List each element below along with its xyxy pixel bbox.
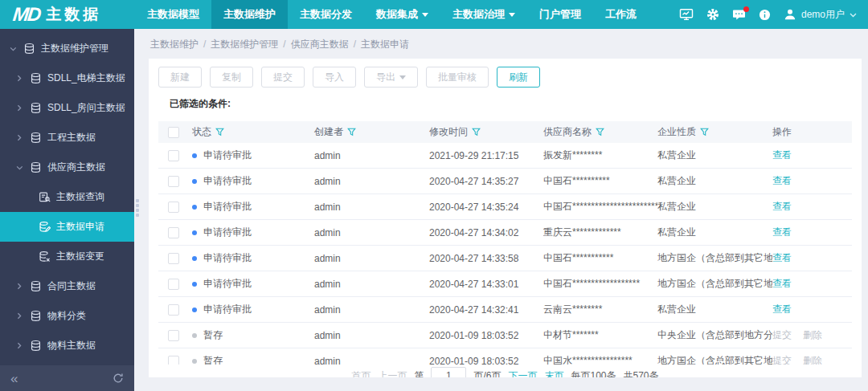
action-link[interactable]: 删除 xyxy=(803,329,822,340)
row-checkbox[interactable] xyxy=(168,176,179,187)
toolbar-button[interactable]: 导出 xyxy=(364,67,418,88)
pagination-first[interactable]: 首页 xyxy=(351,369,371,378)
row-checkbox[interactable] xyxy=(168,227,179,238)
sidebar-item-label: 主数据申请 xyxy=(56,220,104,234)
top-nav-item[interactable]: 主数据维护 xyxy=(211,0,288,29)
breadcrumb-item[interactable]: 主数据申请 xyxy=(361,39,409,50)
row-checkbox[interactable] xyxy=(168,150,179,161)
actions-cell: 查看 xyxy=(772,174,852,188)
sidebar-item[interactable]: 物料分类 xyxy=(0,301,134,331)
pagination-next[interactable]: 下一页 xyxy=(508,369,537,378)
database-edit-icon xyxy=(39,221,51,233)
database-icon xyxy=(30,72,42,84)
filter-funnel-icon[interactable] xyxy=(700,128,709,136)
message-icon[interactable] xyxy=(732,9,746,21)
row-checkbox[interactable] xyxy=(168,202,179,213)
toolbar-button[interactable]: 复制 xyxy=(210,67,253,88)
toolbar-button[interactable]: 提交 xyxy=(261,67,305,88)
sidebar-item[interactable]: 主数据查询 xyxy=(0,182,134,212)
action-link[interactable]: 查看 xyxy=(772,175,792,186)
action-link[interactable]: 提交 xyxy=(772,355,792,365)
refresh-button[interactable]: 刷新 xyxy=(497,67,540,88)
sidebar-item[interactable]: 合同主数据 xyxy=(0,271,134,301)
chevron-down-icon xyxy=(8,46,18,52)
sidebar-refresh-icon[interactable] xyxy=(113,373,124,384)
column-header: 修改时间 xyxy=(429,125,543,139)
status-dot xyxy=(192,153,197,158)
gear-icon[interactable] xyxy=(706,8,719,21)
supplier-name-cell: 中材节******* xyxy=(543,328,657,342)
top-nav-item[interactable]: 主数据分发 xyxy=(288,0,364,29)
filter-funnel-icon[interactable] xyxy=(472,128,481,136)
top-nav-item[interactable]: 主数据治理 xyxy=(440,0,527,29)
breadcrumb-item[interactable]: 主数据维护管理 xyxy=(211,39,278,50)
top-nav-item[interactable]: 数据集成 xyxy=(364,0,440,29)
pagination-total: 共570条 xyxy=(624,369,659,378)
logo-md-mark: MD xyxy=(12,3,41,26)
user-menu[interactable]: demo用户 xyxy=(784,8,857,22)
toolbar-button[interactable]: 新建 xyxy=(158,67,202,88)
top-nav-item[interactable]: 门户管理 xyxy=(527,0,593,29)
logo-title: 主数据 xyxy=(46,4,101,25)
toolbar-button[interactable]: 批量审核 xyxy=(426,67,489,88)
sidebar-resize-handle[interactable] xyxy=(136,199,139,217)
modified-time-cell: 2021-09-29 21:17:15 xyxy=(429,150,543,161)
database-icon xyxy=(30,161,42,173)
monitor-chart-icon[interactable] xyxy=(679,8,694,21)
sidebar-item-label: 物料分类 xyxy=(47,309,86,323)
status-label: 申请待审批 xyxy=(203,303,252,316)
action-link[interactable]: 提交 xyxy=(772,329,792,340)
pagination-last[interactable]: 末页 xyxy=(544,369,563,378)
filter-funnel-icon[interactable] xyxy=(596,128,604,136)
sidebar-item[interactable]: 主数据维护管理 xyxy=(0,34,134,63)
sidebar-collapse-icon[interactable]: « xyxy=(10,372,18,385)
sidebar-item[interactable]: 供应商主数据 xyxy=(0,153,134,182)
sidebar-menu: 主数据维护管理SDLL_电梯主数据SDLL_房间主数据工程主数据供应商主数据主数… xyxy=(0,29,134,365)
action-link[interactable]: 查看 xyxy=(772,278,792,289)
sidebar-item[interactable]: 工程主数据 xyxy=(0,123,134,153)
pagination: 首页上一页第页/6页下一页末页每页100条共570条 xyxy=(158,365,852,377)
row-checkbox[interactable] xyxy=(168,304,179,316)
chevron-right-icon xyxy=(14,312,24,320)
topbar: MD 主数据 主数据模型主数据维护主数据分发数据集成主数据治理门户管理工作流 d… xyxy=(0,0,868,29)
supplier-name-cell: 中国石****************** xyxy=(543,277,657,291)
row-checkbox[interactable] xyxy=(168,330,179,341)
status-label: 申请待审批 xyxy=(203,200,252,214)
row-checkbox[interactable] xyxy=(168,253,179,264)
breadcrumb-item[interactable]: 供应商主数据 xyxy=(291,39,349,50)
top-nav-item[interactable]: 主数据模型 xyxy=(135,0,211,29)
sidebar-item[interactable]: SDLL_房间主数据 xyxy=(0,93,134,123)
breadcrumb-item[interactable]: 主数据维护 xyxy=(150,39,199,50)
row-checkbox[interactable] xyxy=(168,279,179,290)
page-number-input[interactable] xyxy=(431,367,466,377)
action-link[interactable]: 查看 xyxy=(772,252,792,263)
button-label: 提交 xyxy=(273,71,293,84)
table-row: 暂存admin2020-01-09 18:03:52中材节*******中央企业… xyxy=(158,323,852,348)
sidebar-item[interactable]: 物料主数据 xyxy=(0,331,134,360)
sidebar-item[interactable]: 主数据申请 xyxy=(0,212,134,242)
actions-cell: 查看 xyxy=(772,200,852,214)
action-link[interactable]: 查看 xyxy=(772,303,792,315)
top-nav-item[interactable]: 工作流 xyxy=(593,0,649,29)
button-label: 刷新 xyxy=(509,71,528,84)
enterprise-type-cell: 地方国企（含总部到其它地方 xyxy=(657,354,772,365)
chevron-right-icon xyxy=(14,342,24,349)
action-link[interactable]: 查看 xyxy=(772,149,792,161)
info-icon[interactable] xyxy=(759,9,771,21)
filter-funnel-icon[interactable] xyxy=(215,128,224,136)
pagination-prev[interactable]: 上一页 xyxy=(378,369,407,378)
status-cell: 暂存 xyxy=(192,328,314,342)
sidebar-item[interactable]: SDLL_电梯主数据 xyxy=(0,63,134,93)
sidebar-item[interactable]: 主数据变更 xyxy=(0,242,134,271)
action-link[interactable]: 查看 xyxy=(772,201,792,212)
select-all-checkbox[interactable] xyxy=(168,127,179,138)
table-row: 申请待审批admin2020-04-27 14:35:27中国石********… xyxy=(158,169,852,194)
action-link[interactable]: 查看 xyxy=(772,226,792,238)
action-link[interactable]: 删除 xyxy=(803,355,822,365)
toolbar-button[interactable]: 导入 xyxy=(313,67,356,88)
filter-funnel-icon[interactable] xyxy=(347,128,356,136)
row-checkbox[interactable] xyxy=(168,356,179,365)
breadcrumb-separator: / xyxy=(203,39,206,50)
status-cell: 申请待审批 xyxy=(192,251,314,265)
creator-cell: admin xyxy=(314,227,429,238)
